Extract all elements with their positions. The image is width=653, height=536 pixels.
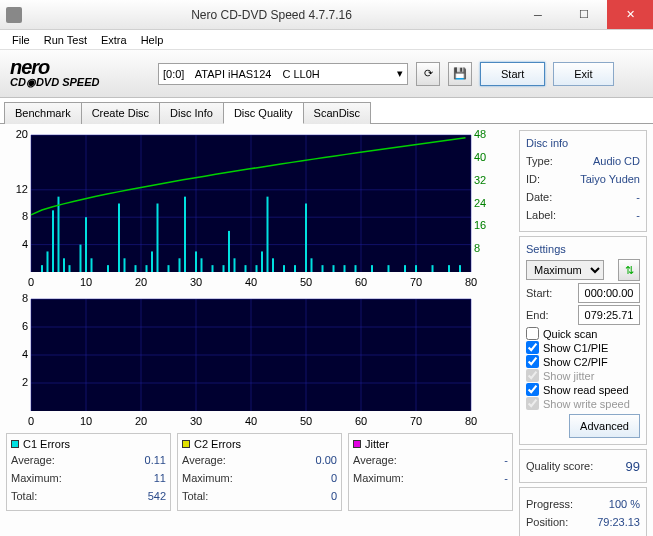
svg-text:8: 8 xyxy=(22,210,28,222)
menu-file[interactable]: File xyxy=(6,32,36,48)
tab-scandisc[interactable]: ScanDisc xyxy=(303,102,371,124)
svg-rect-61 xyxy=(267,197,269,272)
c1-title: C1 Errors xyxy=(23,438,70,450)
settings-group: Settings Maximum ⇅ Start: End: Quick sca… xyxy=(519,236,647,445)
svg-text:10: 10 xyxy=(80,415,92,427)
svg-rect-69 xyxy=(344,265,346,272)
svg-text:30: 30 xyxy=(190,415,202,427)
show-read-speed-checkbox[interactable]: Show read speed xyxy=(526,383,640,396)
svg-rect-53 xyxy=(201,258,203,272)
drive-selector[interactable]: [0:0] ATAPI iHAS124 C LL0H ▾ xyxy=(158,63,408,85)
start-button[interactable]: Start xyxy=(480,62,545,86)
stats-row: C1 Errors Average:0.11 Maximum:11 Total:… xyxy=(6,433,513,511)
svg-rect-40 xyxy=(85,217,87,272)
svg-rect-36 xyxy=(58,197,60,272)
menu-help[interactable]: Help xyxy=(135,32,170,48)
start-input[interactable] xyxy=(578,283,640,303)
svg-rect-75 xyxy=(432,265,434,272)
speed-select[interactable]: Maximum xyxy=(526,260,604,280)
svg-text:20: 20 xyxy=(135,276,147,288)
drive-label: [0:0] ATAPI iHAS124 C LL0H xyxy=(163,68,320,80)
svg-text:60: 60 xyxy=(355,415,367,427)
svg-text:50: 50 xyxy=(300,415,312,427)
svg-text:60: 60 xyxy=(355,276,367,288)
jitter-title: Jitter xyxy=(365,438,389,450)
svg-rect-46 xyxy=(146,265,148,272)
refresh-button[interactable]: ⟳ xyxy=(416,62,440,86)
svg-text:0: 0 xyxy=(28,276,34,288)
tab-disc-info[interactable]: Disc Info xyxy=(159,102,224,124)
svg-rect-76 xyxy=(448,265,450,272)
svg-text:8: 8 xyxy=(474,242,480,254)
svg-text:12: 12 xyxy=(16,183,28,195)
stats-jitter: Jitter Average:- Maximum:- xyxy=(348,433,513,511)
tab-create-disc[interactable]: Create Disc xyxy=(81,102,160,124)
content: 0102030405060708048122081624324048 01020… xyxy=(0,123,653,536)
svg-rect-51 xyxy=(184,197,186,272)
minimize-button[interactable]: ─ xyxy=(515,0,561,29)
svg-rect-58 xyxy=(245,265,247,272)
advanced-button[interactable]: Advanced xyxy=(569,414,640,438)
svg-rect-41 xyxy=(91,258,93,272)
maximize-button[interactable]: ☐ xyxy=(561,0,607,29)
svg-rect-73 xyxy=(404,265,406,272)
svg-text:2: 2 xyxy=(22,376,28,388)
chart-c1: 0102030405060708048122081624324048 xyxy=(6,130,513,290)
svg-text:40: 40 xyxy=(474,151,486,163)
svg-text:40: 40 xyxy=(245,415,257,427)
end-input[interactable] xyxy=(578,305,640,325)
svg-rect-59 xyxy=(256,265,258,272)
logo-nero: nero xyxy=(10,58,150,76)
svg-rect-44 xyxy=(124,258,126,272)
c1-color-icon xyxy=(11,440,19,448)
svg-rect-48 xyxy=(157,204,159,273)
tab-strip: Benchmark Create Disc Disc Info Disc Qua… xyxy=(0,98,653,124)
svg-text:0: 0 xyxy=(28,415,34,427)
svg-rect-64 xyxy=(294,265,296,272)
quick-scan-checkbox[interactable]: Quick scan xyxy=(526,327,640,340)
svg-rect-70 xyxy=(355,265,357,272)
svg-text:24: 24 xyxy=(474,197,486,209)
svg-rect-74 xyxy=(415,265,417,272)
svg-rect-50 xyxy=(179,258,181,272)
svg-rect-43 xyxy=(118,204,120,273)
tab-disc-quality[interactable]: Disc Quality xyxy=(223,102,304,124)
svg-text:80: 80 xyxy=(465,276,477,288)
jitter-color-icon xyxy=(353,440,361,448)
svg-text:16: 16 xyxy=(474,219,486,231)
show-write-speed-checkbox: Show write speed xyxy=(526,397,640,410)
svg-text:50: 50 xyxy=(300,276,312,288)
window-title: Nero CD-DVD Speed 4.7.7.16 xyxy=(28,8,515,22)
settings-options-button[interactable]: ⇅ xyxy=(618,259,640,281)
svg-rect-45 xyxy=(135,265,137,272)
progress-group: Progress:100 % Position:79:23.13 Speed:4… xyxy=(519,487,647,536)
svg-text:4: 4 xyxy=(22,238,28,250)
app-icon xyxy=(6,7,22,23)
titlebar: Nero CD-DVD Speed 4.7.7.16 ─ ☐ ✕ xyxy=(0,0,653,30)
window-buttons: ─ ☐ ✕ xyxy=(515,0,653,29)
menu-run-test[interactable]: Run Test xyxy=(38,32,93,48)
show-c2-checkbox[interactable]: Show C2/PIF xyxy=(526,355,640,368)
stats-c1: C1 Errors Average:0.11 Maximum:11 Total:… xyxy=(6,433,171,511)
right-column: Disc info Type:Audio CD ID:Taiyo Yuden D… xyxy=(519,130,647,536)
svg-rect-38 xyxy=(69,265,71,272)
show-c1-checkbox[interactable]: Show C1/PIE xyxy=(526,341,640,354)
svg-rect-60 xyxy=(261,251,263,272)
tab-benchmark[interactable]: Benchmark xyxy=(4,102,82,124)
toolbar: nero CD◉DVD SPEED [0:0] ATAPI iHAS124 C … xyxy=(0,50,653,98)
close-button[interactable]: ✕ xyxy=(607,0,653,29)
menu-extra[interactable]: Extra xyxy=(95,32,133,48)
svg-rect-57 xyxy=(234,258,236,272)
quality-group: Quality score:99 xyxy=(519,449,647,483)
options-icon: ⇅ xyxy=(625,264,634,277)
charts-column: 0102030405060708048122081624324048 01020… xyxy=(6,130,513,536)
exit-button[interactable]: Exit xyxy=(553,62,613,86)
svg-text:70: 70 xyxy=(410,276,422,288)
disc-info-group: Disc info Type:Audio CD ID:Taiyo Yuden D… xyxy=(519,130,647,232)
svg-rect-52 xyxy=(195,251,197,272)
svg-rect-63 xyxy=(283,265,285,272)
disc-info-title: Disc info xyxy=(526,137,640,149)
svg-rect-72 xyxy=(388,265,390,272)
svg-rect-55 xyxy=(223,265,225,272)
save-button[interactable]: 💾 xyxy=(448,62,472,86)
